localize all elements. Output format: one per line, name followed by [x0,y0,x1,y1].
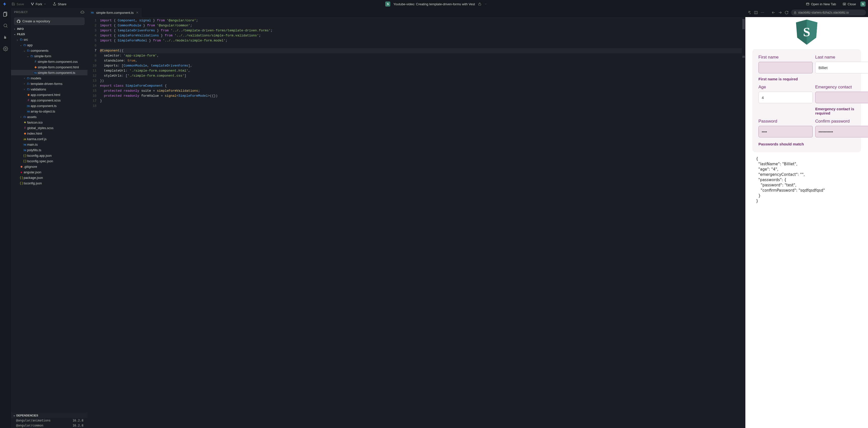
close-button[interactable]: Close [841,1,858,7]
emergency-input[interactable] [815,92,868,103]
folder-item[interactable]: ⌄🗀components [11,48,88,53]
deps-section[interactable]: ⌄DEPENDENCIES [11,413,88,418]
share-button[interactable]: Share [51,1,69,7]
first-name-field: First name [758,55,813,73]
firebase-icon[interactable] [2,34,9,41]
owner-avatar[interactable]: S [385,1,390,6]
activity-bar [0,8,11,428]
open-new-tab-button[interactable]: Open in New Tab [804,1,838,7]
preview-frame[interactable]: S First name Last name First name is r [745,17,868,428]
form-card: First name Last name First name is requi… [752,49,861,152]
first-name-label: First name [758,55,813,60]
file-item[interactable]: ▲angular.json [11,169,88,175]
file-item[interactable]: ★favicon.ico [11,120,88,125]
age-input[interactable] [758,92,813,103]
file-item[interactable]: { }tsconfig.spec.json [11,158,88,164]
code-editor[interactable]: 123456789101112131415161718 import { Com… [88,17,745,428]
last-name-input[interactable] [815,62,868,73]
create-repo-button[interactable]: Create a repository [14,18,85,25]
json-output: { "lastName": "Billiet", "age": "4", "em… [752,156,861,204]
confirm-label: Confirm password [815,119,868,124]
project-title[interactable]: Youtube-video: Creating template-driven-… [393,2,475,6]
file-item[interactable]: ◆.gitignore [11,164,88,169]
confirm-input[interactable] [815,126,868,137]
svg-point-1 [33,3,33,3]
save-label: Save [17,2,24,6]
last-name-label: Last name [815,55,868,60]
close-tab-icon[interactable] [136,11,139,14]
svg-point-12 [4,24,7,27]
passwords-error: Passwords should match [758,142,868,146]
svg-text:S: S [803,25,810,39]
folder-item[interactable]: ⌄🗀app [11,42,88,48]
password-label: Password [758,119,813,124]
file-item[interactable]: #global_styles.scss [11,125,88,131]
password-input[interactable] [758,126,813,137]
address-bar[interactable]: stackblitz-starters-8zha2s.stackblitz.io [791,9,866,15]
minimap[interactable] [742,18,745,428]
cloud-icon[interactable] [81,10,85,14]
save-button[interactable]: Save [9,1,26,7]
split-view-icon[interactable] [754,10,758,14]
dependency-row[interactable]: @angular/common16.2.8 [11,423,88,428]
folder-item[interactable]: ›🗀models [11,75,88,81]
file-item[interactable]: TSarray-to-object.ts [11,108,88,114]
editor-tab[interactable]: TS simple-form.component.ts [88,8,142,17]
folder-item[interactable]: ›🗀template-driven-forms [11,81,88,87]
dependency-row[interactable]: @angular/animations16.2.8 [11,418,88,423]
info-section[interactable]: ›INFO [11,26,88,31]
stackblitz-logo-icon[interactable] [2,2,7,6]
confirm-field: Confirm password [815,119,868,137]
folder-item[interactable]: ›🗀validations [11,87,88,92]
line-gutter: 123456789101112131415161718 [88,18,100,428]
file-item[interactable]: ◆app.component.html [11,92,88,97]
file-item[interactable]: { }tsconfig.app.json [11,153,88,158]
user-avatar[interactable]: S [861,1,866,6]
file-item[interactable]: TSpolyfills.ts [11,147,88,153]
sidebar-title: PROJECT [14,10,28,13]
folder-item[interactable]: ⌄🗀simple-form [11,53,88,59]
file-item[interactable]: { }package.json [11,175,88,180]
nav-forward-icon[interactable] [778,10,782,14]
explorer-icon[interactable] [2,10,9,18]
svg-point-2 [32,4,32,5]
chevron-down-icon[interactable] [485,3,487,5]
more-icon[interactable] [761,10,765,14]
unlock-icon[interactable] [478,2,482,6]
file-item[interactable]: JSkarma.conf.js [11,136,88,142]
ts-icon: TS [90,11,94,14]
search-icon[interactable] [2,22,9,29]
folder-item[interactable]: ›🗀assets [11,114,88,120]
first-name-input[interactable] [758,62,813,73]
file-item[interactable]: { }tsconfig.json [11,180,88,186]
file-item[interactable]: #simple-form.component.css [11,59,88,64]
chevron-down-icon [44,3,46,5]
file-item[interactable]: TSmain.ts [11,142,88,147]
editor-group: TS simple-form.component.ts 123456789101… [88,8,745,428]
tab-label: simple-form.component.ts [96,11,134,14]
svg-rect-5 [806,3,809,5]
files-section[interactable]: ⌄FILES [11,31,88,37]
fork-button[interactable]: Fork [29,1,48,7]
preview-pane: stackblitz-starters-8zha2s.stackblitz.io… [745,8,868,428]
age-field: Age [758,85,813,103]
file-item[interactable]: #app.component.scss [11,97,88,103]
folder-item[interactable]: ⌄🗀src [11,37,88,42]
svg-rect-24 [794,12,796,13]
file-item[interactable]: TSapp.component.ts [11,103,88,108]
file-item[interactable]: ◆simple-form.component.html [11,64,88,70]
reload-icon[interactable] [784,10,788,14]
emergency-error: Emergency contact is required [815,107,868,115]
svg-rect-4 [478,4,481,5]
fork-label: Fork [36,2,42,6]
svg-point-21 [764,12,764,13]
nav-back-icon[interactable] [772,10,776,14]
settings-icon[interactable] [2,45,9,52]
svg-point-19 [761,12,762,13]
password-field: Password [758,119,813,137]
top-toolbar: Save Fork Share S Youtube-video: Creatin… [0,0,868,8]
format-icon[interactable] [747,10,751,14]
file-item[interactable]: ◆index.html [11,131,88,136]
file-item[interactable]: TSsimple-form.component.ts [11,70,88,75]
svg-point-0 [31,3,32,3]
